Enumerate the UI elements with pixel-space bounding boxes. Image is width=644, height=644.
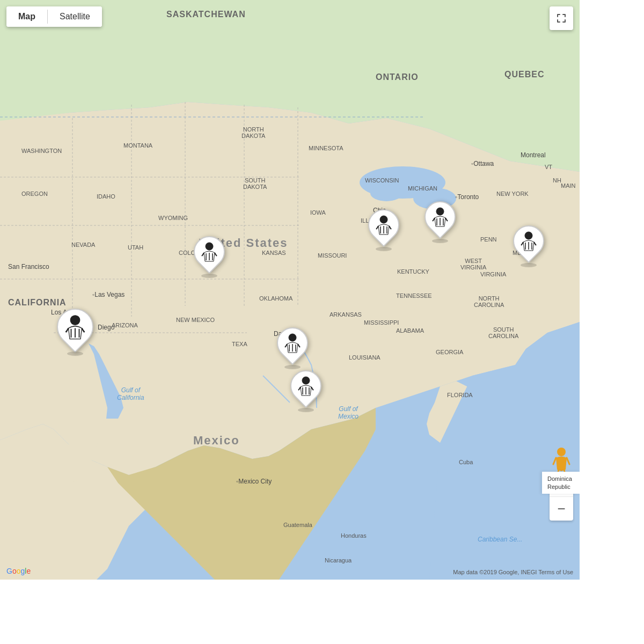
map-attribution: Map data ©2019 Google, INEGI Terms of Us… [453,569,573,575]
map-container: SASKATCHEWAN ONTARIO QUEBEC WASHINGTON M… [0,0,580,580]
google-logo: Google [6,567,31,575]
svg-point-44 [557,448,566,456]
svg-point-24 [380,216,387,223]
marker-chicago[interactable] [368,209,400,247]
dominica-label: Dominica Republic [547,475,572,489]
map-toggle-satellite[interactable]: Satellite [48,6,102,27]
marker-dallas[interactable] [276,327,309,365]
dominica-panel: Dominica Republic [542,472,580,494]
pegman-icon [552,447,571,474]
svg-point-40 [302,377,310,384]
marker-houston[interactable] [290,370,322,408]
marker-east-coast[interactable] [513,225,545,263]
marker-california[interactable] [56,309,94,352]
marker-colorado[interactable] [193,236,225,274]
svg-line-46 [567,458,569,464]
svg-point-3 [370,185,402,201]
svg-point-16 [206,243,213,250]
pegman-button[interactable] [550,445,573,475]
svg-line-45 [553,458,556,464]
map-toggle-map[interactable]: Map [6,6,47,27]
svg-point-20 [70,316,80,325]
fullscreen-button[interactable] [550,6,573,30]
svg-point-32 [525,232,532,239]
zoom-out-button[interactable]: − [550,497,573,521]
svg-point-28 [436,208,444,215]
fullscreen-icon [556,13,567,24]
marker-michigan[interactable] [424,201,456,239]
map-toggle-container: Map Satellite [6,6,102,27]
svg-point-36 [289,334,296,341]
